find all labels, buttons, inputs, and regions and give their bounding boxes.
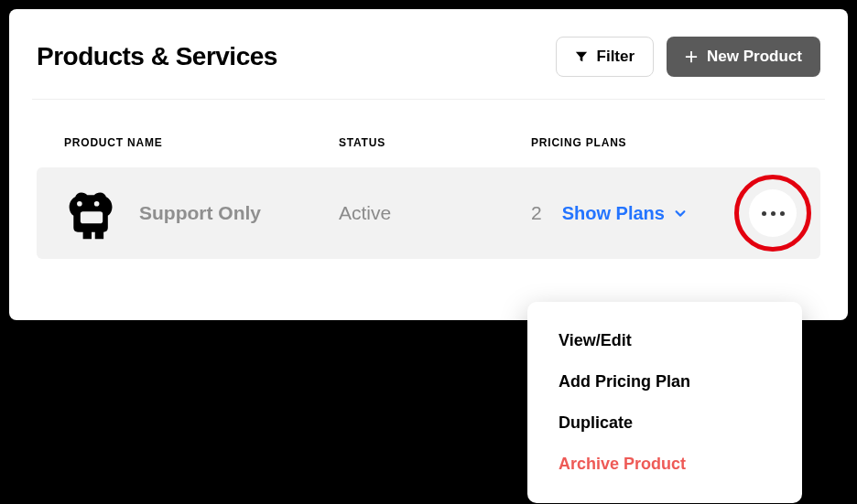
menu-archive-product[interactable]: Archive Product bbox=[527, 444, 802, 485]
plus-icon bbox=[685, 50, 698, 63]
table-row: Support Only Active 2 Show Plans bbox=[37, 167, 820, 259]
new-product-button[interactable]: New Product bbox=[667, 37, 820, 77]
gorilla-icon bbox=[64, 186, 119, 241]
show-plans-label: Show Plans bbox=[562, 203, 665, 224]
plan-count: 2 bbox=[531, 202, 542, 224]
table-header: PRODUCT NAME STATUS PRICING PLANS bbox=[37, 100, 820, 167]
product-logo bbox=[64, 186, 119, 241]
products-panel: Products & Services Filter New Product P… bbox=[9, 9, 848, 320]
status-cell: Active bbox=[339, 202, 531, 224]
panel-header: Products & Services Filter New Product bbox=[37, 37, 820, 99]
filter-button[interactable]: Filter bbox=[556, 37, 655, 77]
col-header-name: PRODUCT NAME bbox=[64, 136, 339, 149]
show-plans-button[interactable]: Show Plans bbox=[562, 203, 687, 224]
dot-icon bbox=[780, 211, 785, 216]
new-product-label: New Product bbox=[707, 48, 802, 66]
col-header-status: STATUS bbox=[339, 136, 531, 149]
chevron-down-icon bbox=[674, 207, 687, 220]
menu-view-edit[interactable]: View/Edit bbox=[527, 320, 802, 361]
product-cell: Support Only bbox=[64, 186, 339, 241]
dot-icon bbox=[771, 211, 776, 216]
product-name: Support Only bbox=[139, 202, 261, 224]
menu-add-pricing-plan[interactable]: Add Pricing Plan bbox=[527, 361, 802, 402]
page-title: Products & Services bbox=[37, 42, 277, 71]
header-actions: Filter New Product bbox=[556, 37, 820, 77]
actions-dropdown: View/Edit Add Pricing Plan Duplicate Arc… bbox=[527, 302, 802, 503]
menu-duplicate[interactable]: Duplicate bbox=[527, 402, 802, 444]
more-actions-button[interactable] bbox=[749, 189, 797, 237]
filter-label: Filter bbox=[597, 48, 635, 66]
filter-icon bbox=[575, 50, 588, 63]
dot-icon bbox=[762, 211, 766, 216]
col-header-plans: PRICING PLANS bbox=[531, 136, 793, 149]
